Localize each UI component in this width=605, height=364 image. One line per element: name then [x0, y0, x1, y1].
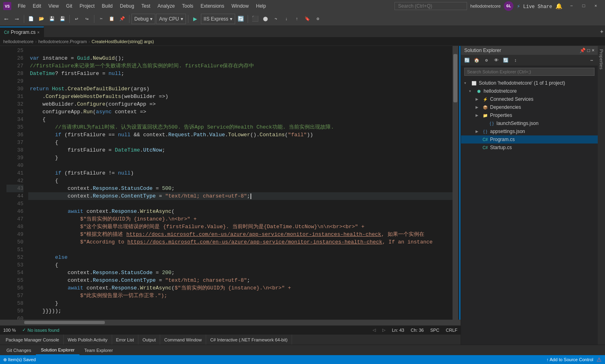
maximize-btn[interactable]: □: [578, 0, 590, 12]
project-icon: ⬢: [476, 88, 482, 94]
tab-error-list[interactable]: Error List: [112, 335, 139, 345]
refresh-btn[interactable]: 🔄: [236, 14, 246, 24]
blue-line-indicator: [459, 46, 461, 320]
se-appsettings[interactable]: ▶ { } appsettings.json: [461, 127, 598, 135]
se-search-container: [461, 66, 598, 77]
liveshare-btn[interactable]: ⚡ Live Share: [517, 3, 552, 10]
stop-btn[interactable]: ⬛: [250, 14, 260, 24]
minimize-btn[interactable]: −: [565, 0, 578, 12]
menu-git[interactable]: Git: [63, 2, 75, 10]
cut-btn[interactable]: ✂: [96, 14, 106, 24]
menu-debug[interactable]: Debug: [117, 2, 137, 10]
se-collapse-btn[interactable]: ↕: [511, 56, 520, 65]
code-editor[interactable]: 25262728 29303132 33343536 37383940 4142…: [0, 46, 461, 320]
zoom-level[interactable]: 100 %: [3, 328, 16, 333]
step-out-btn[interactable]: ↑: [292, 14, 302, 24]
se-solution-node[interactable]: ▾ ⬜ Solution 'hellodotnetcore' (1 of 1 p…: [461, 79, 598, 87]
settings-btn[interactable]: ⚙: [313, 14, 323, 24]
breadcrumb-bar: hellodotnetcore › hellodotnetcore.Progra…: [0, 37, 605, 46]
debug-config-dropdown[interactable]: Debug ▾: [131, 14, 155, 24]
se-search-input[interactable]: [464, 68, 595, 76]
scrollbar-thumb[interactable]: [453, 54, 457, 102]
horizontal-scrollbar[interactable]: [0, 320, 461, 325]
collapse-gutter: [0, 46, 6, 320]
se-close-btn[interactable]: ×: [592, 48, 595, 53]
dependencies-icon: 📦: [482, 104, 488, 110]
se-pin-btn[interactable]: 📌: [580, 48, 586, 53]
save-all-btn[interactable]: 💾: [58, 14, 67, 24]
notifications-icon[interactable]: 🔔: [555, 3, 562, 10]
menu-build[interactable]: Build: [99, 2, 116, 10]
menu-test[interactable]: Test: [138, 2, 154, 10]
open-btn[interactable]: 📂: [37, 14, 46, 24]
main-layout: 25262728 29303132 33343536 37383940 4142…: [0, 46, 605, 345]
save-btn[interactable]: 💾: [47, 14, 57, 24]
se-startup-cs[interactable]: ▶ C# Startup.cs: [461, 144, 598, 152]
run-btn[interactable]: ▶: [190, 14, 200, 24]
tab-web-publish[interactable]: Web Publish Activity: [64, 335, 112, 345]
undo-btn[interactable]: ↩: [72, 14, 81, 24]
toolbar-sep-4: [129, 15, 129, 23]
se-sync-btn[interactable]: 🔄: [463, 56, 471, 65]
program-cs-icon: C#: [482, 136, 488, 143]
search-input[interactable]: [394, 2, 467, 10]
tab-team-explorer[interactable]: Team Explorer: [79, 345, 118, 355]
se-more-btn[interactable]: ⋯: [587, 56, 596, 65]
tab-close-program-cs[interactable]: ×: [37, 30, 40, 35]
editor-area: 25262728 29303132 33343536 37383940 4142…: [0, 46, 461, 345]
run-target-dropdown[interactable]: IIS Express ▾: [201, 14, 235, 24]
paste-btn[interactable]: 📌: [117, 14, 127, 24]
se-launchsettings[interactable]: ▶ { } launchSettings.json: [461, 119, 598, 127]
menu-tools[interactable]: Tools: [179, 2, 196, 10]
se-properties-folder[interactable]: ▶ 📁 Properties: [461, 111, 598, 119]
tab-package-manager[interactable]: Package Manager Console: [2, 335, 64, 345]
back-btn[interactable]: ⟵: [2, 14, 11, 24]
tab-solution-explorer[interactable]: Solution Explorer: [36, 345, 79, 355]
breadcrumb-file[interactable]: hellodotnetcore.Program: [38, 39, 87, 44]
vertical-scrollbar[interactable]: [453, 46, 458, 320]
code-content[interactable]: var instance = Guid.NewGuid(); //firstFa…: [27, 46, 453, 320]
breadcrumb-project[interactable]: hellodotnetcore: [3, 39, 33, 44]
menu-edit[interactable]: Edit: [29, 2, 44, 10]
menu-analyze[interactable]: Analyze: [154, 2, 178, 10]
menu-view[interactable]: View: [45, 2, 62, 10]
forward-btn[interactable]: ⟶: [12, 14, 22, 24]
se-filter-btn[interactable]: ⚙: [482, 56, 491, 65]
menu-file[interactable]: File: [15, 2, 29, 10]
toolbar-sep-2: [69, 15, 70, 23]
se-preview-btn[interactable]: 👁: [492, 56, 501, 65]
se-home-btn[interactable]: 🏠: [472, 56, 481, 65]
line-ending: CRLF: [446, 328, 457, 333]
user-avatar[interactable]: GL: [504, 1, 513, 11]
editor-tabbar: C# Program.cs × +: [0, 26, 605, 37]
se-dependencies[interactable]: ▶ 📦 Dependencies: [461, 103, 598, 111]
close-btn[interactable]: ×: [590, 0, 602, 12]
menu-extensions[interactable]: Extensions: [197, 2, 227, 10]
new-tab-btn[interactable]: +: [599, 27, 605, 37]
menu-project[interactable]: Project: [76, 2, 98, 10]
platform-dropdown[interactable]: Any CPU ▾: [156, 14, 186, 24]
copy-btn[interactable]: 📋: [107, 14, 117, 24]
breakpoint-btn[interactable]: ⬤: [261, 14, 270, 24]
redo-btn[interactable]: ↪: [82, 14, 92, 24]
breadcrumb-method: CreateHostBuilder(string[] args): [92, 39, 154, 44]
new-project-btn[interactable]: 📄: [26, 14, 36, 24]
no-issues: ✓ No issues found: [22, 327, 59, 333]
tab-csharp-interactive[interactable]: C# Interactive (.NET Framework 64-bit): [206, 335, 292, 345]
hscrollbar-thumb[interactable]: [24, 321, 105, 324]
menu-help[interactable]: Help: [253, 2, 269, 10]
tab-program-cs[interactable]: C# Program.cs ×: [0, 27, 44, 37]
add-source-control-btn[interactable]: ↑ Add to Source Control: [547, 357, 593, 362]
se-expand-btn[interactable]: □: [587, 48, 590, 53]
se-refresh-btn[interactable]: 🔃: [501, 56, 510, 65]
menu-window[interactable]: Window: [228, 2, 252, 10]
bookmark-btn[interactable]: 🔖: [302, 14, 312, 24]
step-over-btn[interactable]: ↷: [271, 14, 281, 24]
step-into-btn[interactable]: ↓: [282, 14, 291, 24]
tab-output[interactable]: Output: [138, 335, 160, 345]
se-program-cs[interactable]: ▶ C# Program.cs: [461, 135, 598, 144]
se-connected-services[interactable]: ▶ ⚡ Connected Services: [461, 95, 598, 103]
tab-git-changes[interactable]: Git Changes: [2, 345, 36, 355]
se-project-node[interactable]: ▾ ⬢ hellodotnetcore: [461, 87, 598, 95]
tab-command-window[interactable]: Command Window: [160, 335, 206, 345]
